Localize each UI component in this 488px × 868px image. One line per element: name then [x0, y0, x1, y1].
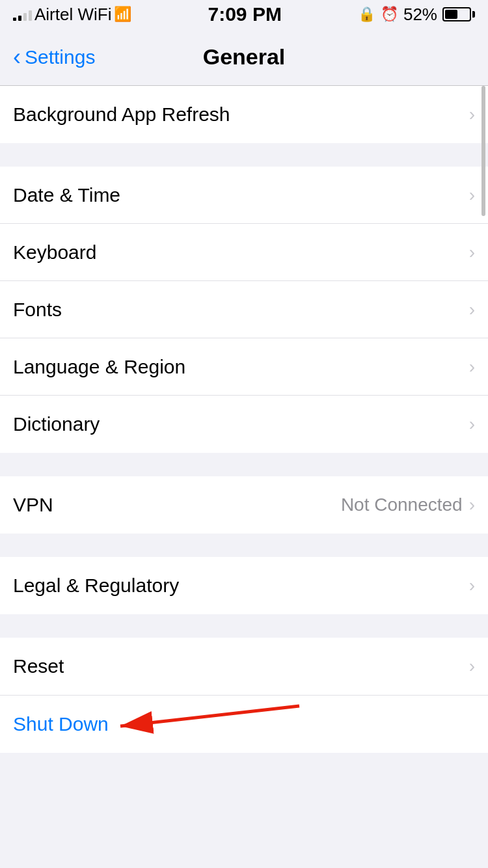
item-label-date-time: Date & Time — [13, 184, 120, 206]
section-spacer-1 — [0, 143, 488, 167]
vpn-status: Not Connected — [341, 495, 463, 515]
carrier-label: Airtel WiFi — [34, 5, 111, 25]
item-right: Not Connected › — [341, 495, 475, 515]
back-button[interactable]: ‹ Settings — [13, 46, 95, 69]
section-spacer-4 — [0, 614, 488, 638]
item-label-bg-app-refresh: Background App Refresh — [13, 103, 230, 126]
time-label: 7:09 PM — [208, 3, 282, 25]
item-right: › — [469, 414, 475, 435]
status-left: Airtel WiFi 📶 — [13, 5, 131, 25]
page-title: General — [203, 44, 286, 70]
item-right: › — [469, 357, 475, 377]
item-right: › — [469, 299, 475, 320]
list-item[interactable]: Fonts › — [0, 281, 488, 338]
item-right: › — [469, 575, 475, 596]
back-chevron-icon: ‹ — [13, 46, 21, 69]
item-label-legal: Legal & Regulatory — [13, 575, 179, 597]
section-reset: Reset › — [0, 638, 488, 695]
wifi-icon: 📶 — [114, 6, 131, 23]
list-item[interactable]: Background App Refresh › — [0, 86, 488, 143]
item-right: › — [469, 242, 475, 263]
chevron-right-icon: › — [469, 104, 475, 125]
battery-icon — [442, 7, 475, 21]
section-locale: Date & Time › Keyboard › Fonts › Languag… — [0, 167, 488, 453]
nav-bar: ‹ Settings General — [0, 29, 488, 86]
item-right: › — [469, 656, 475, 677]
content-area: Background App Refresh › Date & Time › K… — [0, 86, 488, 753]
list-item[interactable]: Legal & Regulatory › — [0, 557, 488, 614]
item-label-dictionary: Dictionary — [13, 413, 100, 435]
item-right: › — [469, 185, 475, 206]
chevron-right-icon: › — [469, 242, 475, 263]
back-label: Settings — [25, 46, 95, 68]
section-legal: Legal & Regulatory › — [0, 557, 488, 614]
chevron-right-icon: › — [469, 357, 475, 377]
item-label-language-region: Language & Region — [13, 356, 185, 378]
section-spacer-2 — [0, 453, 488, 476]
item-label-vpn: VPN — [13, 494, 53, 516]
item-label-reset: Reset — [13, 655, 64, 677]
scrollbar[interactable] — [481, 86, 485, 216]
list-item[interactable]: VPN Not Connected › — [0, 476, 488, 534]
chevron-right-icon: › — [469, 185, 475, 206]
chevron-right-icon: › — [469, 299, 475, 320]
section-vpn: VPN Not Connected › — [0, 476, 488, 534]
alarm-icon: ⏰ — [381, 6, 398, 23]
section-shutdown: Shut Down — [0, 696, 488, 753]
item-right: › — [469, 104, 475, 125]
list-item-shutdown[interactable]: Shut Down — [0, 696, 488, 753]
status-right: 🔒 ⏰ 52% — [358, 5, 475, 25]
status-bar: Airtel WiFi 📶 7:09 PM 🔒 ⏰ 52% — [0, 0, 488, 29]
signal-icon — [13, 8, 32, 21]
list-item[interactable]: Language & Region › — [0, 338, 488, 396]
item-label-shutdown: Shut Down — [13, 713, 109, 735]
battery-percent: 52% — [403, 5, 437, 25]
list-item-reset[interactable]: Reset › — [0, 638, 488, 695]
section-spacer-3 — [0, 534, 488, 557]
orientation-lock-icon: 🔒 — [358, 6, 375, 23]
chevron-right-icon: › — [469, 656, 475, 677]
section-bg-refresh: Background App Refresh › — [0, 86, 488, 143]
list-item[interactable]: Dictionary › — [0, 396, 488, 453]
list-item[interactable]: Date & Time › — [0, 167, 488, 224]
chevron-right-icon: › — [469, 414, 475, 435]
chevron-right-icon: › — [469, 575, 475, 596]
list-item[interactable]: Keyboard › — [0, 224, 488, 281]
item-label-keyboard: Keyboard — [13, 241, 96, 264]
item-label-fonts: Fonts — [13, 299, 62, 321]
chevron-right-icon: › — [469, 495, 475, 515]
